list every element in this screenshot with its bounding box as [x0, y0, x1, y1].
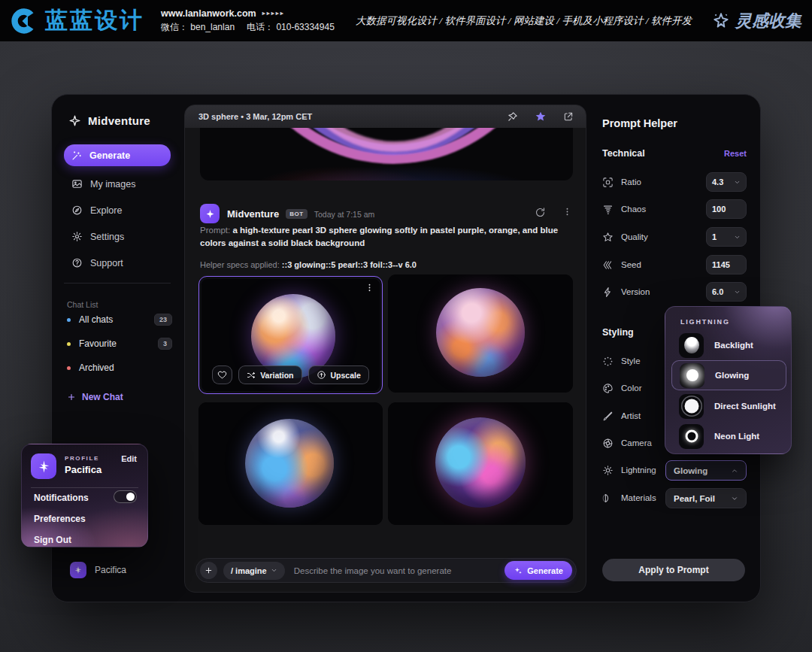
chevron-down-icon: [734, 179, 741, 186]
helper-specs-value: ::3 glowing::5 pearl::3 foil::3--v 6.0: [282, 260, 417, 269]
compass-icon: [71, 205, 83, 216]
popup-divider: [31, 487, 138, 488]
version-row: Version 6.0: [602, 282, 747, 302]
inspiration-collect[interactable]: 灵感收集: [711, 10, 801, 32]
edit-profile-button[interactable]: Edit: [121, 454, 137, 463]
new-chat-button[interactable]: New Chat: [67, 392, 123, 402]
chat-filter-all[interactable]: All chats 23: [67, 313, 172, 326]
lightning-option-glowing[interactable]: Glowing: [671, 360, 786, 390]
seed-value: 1145: [712, 260, 730, 269]
pearl-sphere-image: [245, 419, 334, 508]
chat-filter-favourite[interactable]: Favourite 3: [67, 337, 172, 350]
camera-label: Camera: [621, 438, 652, 447]
lightning-option-neon-light[interactable]: Neon Light: [671, 421, 786, 451]
chevron-down-icon: [271, 567, 277, 574]
open-external-icon[interactable]: [563, 111, 574, 122]
materials-icon: [602, 493, 614, 504]
generated-image-1[interactable]: Variation Upscale: [198, 276, 383, 394]
version-label: Version: [621, 287, 650, 296]
chaos-input[interactable]: 100: [706, 199, 747, 219]
site-url[interactable]: www.lanlanwork.com: [161, 8, 256, 19]
lanlan-logo[interactable]: 蓝蓝设计: [9, 5, 144, 36]
sidebar-item-settings[interactable]: Settings: [64, 226, 171, 247]
image-menu-icon[interactable]: [365, 283, 374, 293]
profile-popup: PROFILE Pacifica Edit Notifications Pref…: [21, 444, 148, 547]
services-list: 大数据可视化设计 / 软件界面设计 / 网站建设 / 手机及小程序设计 / 软件…: [356, 14, 692, 28]
lanlan-logo-icon: [9, 6, 39, 36]
pin-icon[interactable]: [507, 111, 518, 123]
like-button[interactable]: [212, 365, 232, 384]
regenerate-icon[interactable]: [535, 207, 546, 218]
ratio-icon: [602, 177, 614, 188]
favourite-badge: 3: [158, 338, 172, 350]
lightning-select[interactable]: Glowing: [665, 460, 747, 481]
sidebar-item-label: Settings: [90, 232, 124, 242]
favourite-dot: [67, 342, 71, 346]
chat-filter-label: Favourite: [79, 338, 117, 349]
url-arrows-icon: ▸▸▸▸▸: [262, 10, 285, 17]
sidebar-item-support[interactable]: Support: [64, 252, 171, 274]
generated-image-3[interactable]: [198, 402, 383, 525]
chat-filter-archived[interactable]: Archived: [67, 361, 172, 375]
preferences-item[interactable]: Preferences: [34, 514, 86, 524]
message-menu-icon[interactable]: [562, 207, 572, 217]
message-timestamp: Today at 7:15 am: [314, 210, 375, 219]
notifications-item[interactable]: Notifications: [34, 493, 89, 503]
prompt-input[interactable]: [294, 566, 505, 575]
prompt-text: Prompt: a high-texture pearl 3D sphere g…: [200, 224, 582, 250]
sidebar-user[interactable]: Pacifica: [70, 562, 126, 578]
version-select[interactable]: 6.0: [706, 282, 747, 302]
quality-row: Quality 1: [602, 227, 747, 247]
generate-button[interactable]: Generate: [504, 561, 572, 580]
command-select[interactable]: / imagine: [223, 562, 285, 580]
chat-header: 3D sphere • 3 Mar, 12pm CET: [185, 105, 586, 128]
seed-input[interactable]: 1145: [706, 255, 747, 274]
sidebar-item-my-images[interactable]: My images: [64, 173, 171, 195]
backlight-thumb: [679, 333, 704, 358]
lanlan-logo-text: 蓝蓝设计: [45, 5, 144, 36]
lightning-row: Lightning: [602, 460, 662, 480]
sidebar-item-generate[interactable]: Generate: [64, 144, 171, 166]
lightning-option-direct-sunlight[interactable]: Direct Sunlight: [671, 391, 786, 421]
reset-button[interactable]: Reset: [724, 149, 747, 158]
styling-title: Styling: [602, 327, 634, 338]
direct-sunlight-thumb: [679, 394, 704, 419]
version-icon: [602, 287, 614, 298]
lightning-popup-title: LIGHTNING: [680, 318, 730, 326]
ratio-select[interactable]: 4.3: [706, 172, 747, 192]
lightning-option-backlight[interactable]: Backlight: [671, 330, 786, 360]
bot-badge: BOT: [286, 209, 307, 219]
variation-button[interactable]: Variation: [238, 365, 301, 384]
favourite-star-icon[interactable]: [535, 111, 547, 123]
ratio-value: 4.3: [712, 177, 723, 187]
sign-out-item[interactable]: Sign Out: [34, 535, 71, 545]
variation-label: Variation: [260, 371, 293, 380]
lightning-options-popup: LIGHTNING Backlight Glowing Direct Sunli…: [665, 306, 792, 454]
sidebar-item-label: My images: [90, 179, 135, 190]
ratio-row: Ratio 4.3: [602, 172, 747, 192]
generated-image-4[interactable]: [388, 402, 573, 525]
sidebar-item-explore[interactable]: Explore: [64, 199, 171, 221]
upscale-button[interactable]: Upscale: [308, 365, 369, 384]
message-author: Midventure: [227, 208, 279, 220]
prompt-value: a high-texture pearl 3D sphere glowing s…: [200, 226, 558, 247]
option-label: Direct Sunlight: [714, 402, 776, 411]
quality-icon: [602, 232, 614, 243]
generated-image-2[interactable]: [388, 274, 573, 393]
upscale-label: Upscale: [331, 371, 361, 380]
materials-label: Materials: [621, 493, 656, 502]
attach-button[interactable]: [200, 562, 217, 579]
chat-title: 3D sphere • 3 Mar, 12pm CET: [198, 112, 312, 121]
materials-select[interactable]: Pearl, Foil: [665, 488, 747, 508]
previous-image-preview[interactable]: [200, 128, 573, 180]
quality-select[interactable]: 1: [706, 227, 747, 247]
apply-to-prompt-button[interactable]: Apply to Prompt: [602, 559, 745, 581]
seed-row: Seed 1145: [602, 255, 747, 274]
sparkle-icon: [205, 209, 215, 219]
help-icon: [71, 257, 83, 268]
page: 蓝蓝设计 www.lanlanwork.com ▸▸▸▸▸ 微信： ben_la…: [0, 0, 812, 652]
notifications-toggle[interactable]: [114, 490, 137, 503]
artist-icon: [602, 411, 614, 422]
starburst-icon: [74, 566, 83, 575]
pearl-sphere-image: [435, 417, 526, 508]
